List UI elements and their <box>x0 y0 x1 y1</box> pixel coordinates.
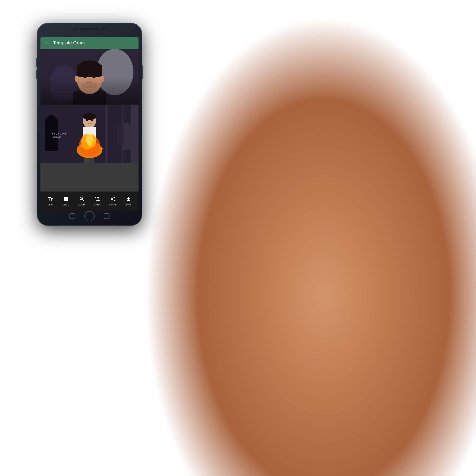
svg-point-20 <box>46 115 56 127</box>
logo-icon <box>64 196 69 203</box>
back-nav-button <box>69 213 75 219</box>
logo-tool[interactable]: LOGO <box>58 196 74 206</box>
logo-label: LOGO <box>63 204 69 206</box>
svg-rect-8 <box>77 65 102 77</box>
gray-area <box>40 163 138 191</box>
svg-point-37 <box>101 148 103 150</box>
svg-point-3 <box>73 91 106 105</box>
top-photo <box>40 49 138 105</box>
crop-icon <box>95 196 100 203</box>
share-icon <box>110 196 116 203</box>
text-tool[interactable]: TEXT <box>43 196 58 206</box>
crop-tool[interactable]: CROP <box>89 196 105 206</box>
svg-point-33 <box>86 134 93 145</box>
crop-label: CROP <box>94 204 101 206</box>
zoom-tool[interactable]: ZOOM <box>74 196 89 206</box>
svg-text:TEMPLATE: TEMPLATE <box>52 133 67 135</box>
zoom-label: ZOOM <box>78 204 85 206</box>
svg-point-36 <box>77 151 78 152</box>
svg-rect-5 <box>86 83 93 94</box>
save-tool[interactable]: SAVE <box>121 196 136 206</box>
app-title: Template Gram <box>53 40 85 46</box>
image-container: TEMPLATE GRAM <box>40 49 138 163</box>
bottom-photo: TEMPLATE GRAM <box>40 105 138 163</box>
zoom-icon <box>79 196 85 203</box>
front-camera <box>74 28 76 30</box>
svg-point-10 <box>92 75 96 78</box>
svg-rect-16 <box>105 105 107 163</box>
phone-top-bar <box>74 28 105 30</box>
text-label: TEXT <box>48 204 53 206</box>
speaker <box>80 28 99 30</box>
svg-rect-0 <box>40 49 138 105</box>
phone-frame: ← Template Gram <box>37 23 142 225</box>
sensor <box>102 28 105 30</box>
svg-point-1 <box>96 49 133 95</box>
svg-point-34 <box>80 146 82 147</box>
phone-screen: ← Template Gram <box>40 37 138 211</box>
save-icon <box>126 196 131 203</box>
scene: ← Template Gram <box>0 0 476 476</box>
text-icon <box>48 196 53 203</box>
svg-point-27 <box>86 119 88 121</box>
phone-bottom-nav <box>69 211 109 221</box>
svg-point-2 <box>50 65 78 102</box>
svg-text:GRAM: GRAM <box>53 136 62 138</box>
bottom-photo-svg: TEMPLATE GRAM <box>40 105 138 163</box>
share-label: SHARE <box>109 204 117 206</box>
svg-point-6 <box>77 64 102 94</box>
app-header: ← Template Gram <box>40 37 138 49</box>
svg-point-13 <box>81 81 98 88</box>
save-label: SAVE <box>125 204 131 206</box>
svg-point-44 <box>65 198 65 198</box>
svg-rect-41 <box>117 129 124 146</box>
svg-point-28 <box>91 119 93 121</box>
bottom-toolbar: TEXT LOGO <box>40 191 138 211</box>
back-button[interactable]: ← <box>44 40 49 46</box>
volume-down-button <box>36 70 37 79</box>
svg-point-7 <box>77 60 102 77</box>
svg-rect-18 <box>131 105 138 163</box>
recents-nav-button <box>104 213 109 219</box>
share-tool[interactable]: SHARE <box>105 196 121 206</box>
top-photo-svg <box>40 49 138 105</box>
home-nav-button <box>84 211 95 221</box>
volume-up-button <box>36 58 37 68</box>
svg-point-9 <box>83 75 87 78</box>
svg-point-22 <box>83 113 96 120</box>
svg-rect-4 <box>73 91 106 105</box>
power-button <box>142 65 143 79</box>
svg-point-12 <box>100 76 104 82</box>
svg-point-35 <box>98 144 99 145</box>
svg-point-11 <box>75 76 79 82</box>
